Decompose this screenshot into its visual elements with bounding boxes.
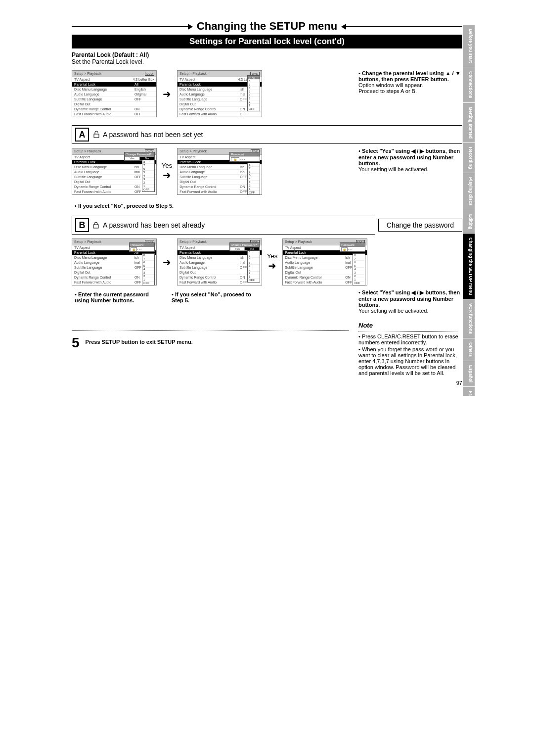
step-number-5: 5 — [72, 335, 80, 351]
yes-arrow-label: Yes➜ — [267, 252, 277, 272]
side-tab[interactable]: Getting started — [463, 103, 475, 143]
yes-arrow-label: Yes➜ — [162, 162, 172, 181]
section-b-badge: B — [75, 218, 89, 232]
password-entry-popup: Password 🔒- - - — [129, 242, 155, 252]
side-tab[interactable]: Recording — [463, 143, 475, 174]
note-title: Note — [358, 322, 462, 329]
section-a-badge: A — [75, 128, 89, 142]
chapter-title: Changing the SETUP menu — [72, 20, 462, 33]
password-popup: Password 🔒 - - - — [229, 152, 260, 162]
side-tab[interactable]: Before you start — [463, 25, 475, 67]
side-tab[interactable]: Español — [463, 361, 475, 387]
arrow-icon: ➜ — [162, 88, 172, 100]
side-tab[interactable]: Changing the SETUP menu — [463, 234, 475, 299]
osd-panel-2: Setup > PlaybackDVD TV Aspect4:3 Letter … — [177, 70, 262, 117]
note-block: Note • Press CLEAR/C.RESET button to era… — [358, 322, 462, 377]
step-5-text: Press SETUP button to exit SETUP menu. — [86, 339, 193, 345]
svg-rect-0 — [94, 134, 99, 138]
divider — [72, 331, 349, 331]
lock-open-icon — [92, 131, 100, 139]
page-number: 97 — [72, 380, 462, 386]
side-tab[interactable]: Playing discs — [463, 173, 475, 210]
note-item: • Press CLEAR/C.RESET button to erase nu… — [358, 333, 462, 345]
svg-rect-1 — [93, 225, 98, 228]
section-a-header: A A password has not been set yet — [72, 125, 462, 144]
section-subtitle: Settings for Parental lock level (cont'd… — [72, 35, 462, 48]
side-tab[interactable]: Editing — [463, 210, 475, 234]
section-a-heading: A password has not been set yet — [103, 131, 203, 139]
instruction-a: • Select "Yes" using ◀ / ▶ buttons, then… — [358, 148, 462, 172]
section-b-heading: A password has been set already — [103, 221, 205, 229]
osd-panel-b2: Setup > PlaybackDVD TV Aspect4:3 Letter … — [177, 238, 262, 285]
lock-glyph: 🔒 — [231, 157, 239, 161]
side-tab[interactable]: Français — [463, 387, 475, 396]
section-b-instr2: • If you select "No", proceed to Step 5. — [172, 291, 256, 303]
side-nav-tabs: Before you startConnectionsGetting start… — [463, 25, 475, 396]
section-a-note: • If you select "No", proceed to Step 5. — [75, 203, 462, 209]
osd-panel-b3: Setup > PlaybackDVD TV Aspect4:3 Letter … — [282, 238, 367, 285]
side-tab[interactable]: Others — [463, 338, 475, 361]
intro-label: Parental Lock (Default : All) — [72, 51, 149, 58]
osd-panel-b1: Setup > PlaybackDVD TV Aspect4:3 Letter … — [72, 238, 157, 285]
lock-closed-icon — [92, 221, 100, 229]
password-entry-popup: Password 🔒- - - — [340, 242, 365, 252]
side-tab[interactable]: VCR functions — [463, 299, 475, 338]
chapter-title-text: Changing the SETUP menu — [188, 20, 346, 33]
side-tab[interactable]: Connections — [463, 67, 475, 103]
levels-popup: ✓ All87654321OFF — [247, 75, 260, 111]
osd-panel-a2: Setup > PlaybackDVD TV Aspect4:3 Letter … — [177, 148, 262, 195]
osd-panel-1: Setup > PlaybackDVD TV Aspect4:3 Letter … — [72, 70, 157, 117]
section-b-instr1: • Enter the current password using Numbe… — [75, 291, 164, 303]
section-b-header: B A password has been set already Change… — [72, 216, 462, 235]
instruction-top: • Change the parental level using ▲ / ▼ … — [358, 70, 462, 94]
arrow-icon: ➜ — [162, 256, 172, 268]
intro-block: Parental Lock (Default : All) Set the Pa… — [72, 51, 462, 65]
osd-panel-a1: Setup > PlaybackDVD TV Aspect4:3 Letter … — [72, 148, 157, 195]
intro-text: Set the Parental Lock level. — [72, 58, 144, 65]
section-b-right-heading: Change the password — [378, 219, 462, 232]
section-b-instr3: • Select "Yes" using ◀ / ▶ buttons, then… — [358, 289, 462, 314]
note-item: • When you forget the pass-word or you w… — [358, 346, 462, 376]
